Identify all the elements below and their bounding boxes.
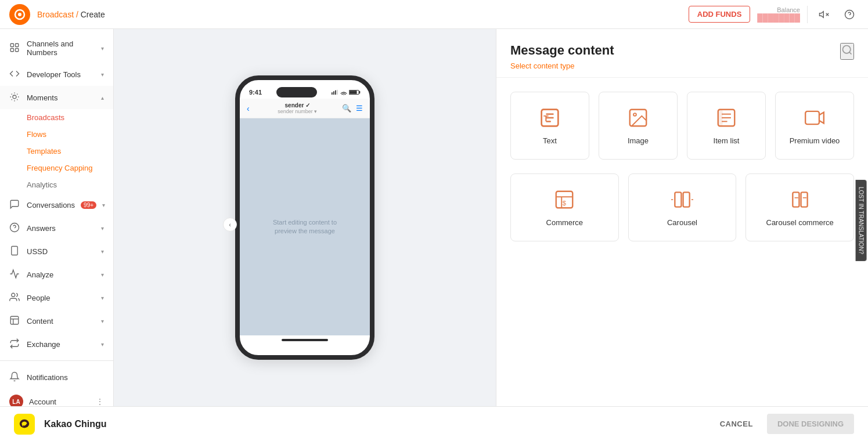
chevron-down-icon: ▾ <box>101 71 104 78</box>
sidebar-item-account[interactable]: LA Account ⋮ <box>0 389 113 406</box>
sidebar-item-notifications[interactable]: Notifications <box>0 366 113 389</box>
svg-point-24 <box>343 95 344 95</box>
ussd-icon <box>9 245 21 257</box>
phone-content-hint: Start editing content topreview the mess… <box>273 218 337 236</box>
sidebar-item-conversations[interactable]: Conversations 99+ ▾ <box>0 193 113 216</box>
content-card-commerce[interactable]: $ Commerce <box>510 173 619 241</box>
svg-point-1 <box>18 13 21 16</box>
panel-header: Message content Select content type <box>496 29 868 78</box>
svg-rect-39 <box>718 110 723 126</box>
chevron-down-icon: ▾ <box>101 248 104 255</box>
sidebar-item-exchange[interactable]: Exchange ▾ <box>0 332 113 356</box>
done-designing-button[interactable]: DONE DESIGNING <box>767 414 854 434</box>
svg-rect-44 <box>683 192 690 207</box>
balance-value: ████████ <box>757 13 800 22</box>
chevron-down-icon: ▾ <box>101 341 104 348</box>
content-card-premium-video-label: Premium video <box>790 136 840 145</box>
sidebar-subitem-frequency[interactable]: Frequency Capping <box>0 160 113 176</box>
sidebar-item-exchange-label: Exchange <box>27 340 95 349</box>
svg-point-11 <box>13 95 16 99</box>
sidebar-subitem-templates[interactable]: Templates <box>0 143 113 160</box>
cancel-button[interactable]: CANCEL <box>713 415 760 433</box>
sidebar-item-analyze[interactable]: Analyze ▾ <box>0 263 113 286</box>
sidebar-item-ussd[interactable]: USSD ▾ <box>0 240 113 263</box>
content-card-carousel-label: Carousel <box>667 218 697 227</box>
svg-rect-26 <box>359 91 360 93</box>
chevron-up-icon: ▴ <box>101 95 104 101</box>
content-type-grid-row1: T Text Image Item list <box>496 78 868 173</box>
mute-button[interactable] <box>815 5 833 24</box>
sidebar-bottom: Notifications LA Account ⋮ <box>0 360 113 406</box>
content-card-image-label: Image <box>628 136 649 145</box>
sidebar-item-moments[interactable]: Moments ▴ <box>0 86 113 109</box>
sidebar-item-channels[interactable]: Channels and Numbers ▾ <box>0 34 113 63</box>
svg-point-28 <box>843 46 851 53</box>
svg-rect-22 <box>335 90 336 95</box>
svg-marker-2 <box>820 11 824 17</box>
svg-rect-14 <box>12 247 18 255</box>
svg-rect-48 <box>801 192 807 207</box>
sidebar-item-channels-label: Channels and Numbers <box>27 39 95 57</box>
help-button[interactable] <box>840 5 859 24</box>
chevron-down-icon: ▾ <box>101 272 104 278</box>
add-funds-button[interactable]: ADD FUNDS <box>689 6 751 23</box>
content-card-text[interactable]: T Text <box>510 92 589 160</box>
phone-notch <box>276 87 317 97</box>
text-icon: T <box>538 106 561 129</box>
sidebar-subitem-flows[interactable]: Flows <box>0 126 113 143</box>
sidebar-item-people[interactable]: People ▾ <box>0 286 113 309</box>
sidebar-item-ussd-label: USSD <box>27 247 95 256</box>
image-icon <box>626 106 650 129</box>
sidebar-item-developer[interactable]: Developer Tools ▾ <box>0 63 113 86</box>
phone-nav-actions: 🔍 ☰ <box>342 104 363 113</box>
svg-point-34 <box>633 113 636 116</box>
svg-rect-7 <box>10 44 13 46</box>
sidebar-subitem-analytics[interactable]: Analytics <box>0 176 113 193</box>
svg-point-12 <box>10 223 19 232</box>
balance-display: Balance ████████ <box>757 6 800 22</box>
chevron-down-icon: ▾ <box>101 295 104 301</box>
phone-sender-number: sender number ▾ <box>253 109 342 114</box>
svg-rect-47 <box>793 192 799 207</box>
sidebar-item-content-label: Content <box>27 317 95 326</box>
sidebar-item-answers[interactable]: Answers ▾ <box>0 216 113 240</box>
svg-line-29 <box>849 52 852 55</box>
sidebar-item-analyze-label: Analyze <box>27 270 95 279</box>
bottom-bar: Kakao Chingu CANCEL DONE DESIGNING <box>0 406 868 441</box>
sidebar: Channels and Numbers ▾ Developer Tools ▾… <box>0 29 114 406</box>
panel-search-button[interactable] <box>840 43 854 60</box>
conversations-badge: 99+ <box>81 201 96 209</box>
panel-subtitle: Select content type <box>510 62 614 70</box>
topbar: Broadcast / Create ADD FUNDS Balance ███… <box>0 0 868 29</box>
content-card-item-list[interactable]: Item list <box>687 92 766 160</box>
content-card-carousel-commerce[interactable]: Carousel commerce <box>745 173 854 241</box>
content-card-premium-video[interactable]: Premium video <box>775 92 854 160</box>
svg-rect-27 <box>350 91 357 94</box>
commerce-icon: $ <box>553 188 576 211</box>
phone-back-icon: ‹ <box>247 104 250 113</box>
sidebar-item-account-label: Account <box>29 397 90 406</box>
sidebar-item-developer-label: Developer Tools <box>27 70 95 79</box>
balance-label: Balance <box>777 6 800 13</box>
sidebar-subitem-broadcasts[interactable]: Broadcasts <box>0 109 113 126</box>
sidebar-item-content[interactable]: Content ▾ <box>0 309 113 332</box>
phone-status-bar: 9:41 <box>240 80 370 99</box>
content-card-carousel[interactable]: Carousel <box>628 173 737 241</box>
content-card-image[interactable]: Image <box>599 92 678 160</box>
panel-title-group: Message content Select content type <box>510 43 614 70</box>
svg-rect-23 <box>337 90 338 95</box>
chevron-down-icon: ▾ <box>101 225 104 232</box>
svg-rect-43 <box>675 192 681 207</box>
phone-nav-bar: ‹ sender ✓ sender number ▾ 🔍 ☰ <box>240 99 370 118</box>
svg-rect-21 <box>333 91 334 95</box>
main-layout: Channels and Numbers ▾ Developer Tools ▾… <box>0 29 868 406</box>
analyze-icon <box>9 269 21 280</box>
phone-time: 9:41 <box>249 89 262 96</box>
lost-in-translation-banner[interactable]: LOST IN TRANSLATION? <box>855 180 866 261</box>
exchange-icon <box>9 338 21 350</box>
chevron-down-icon: ▾ <box>102 202 105 208</box>
phone-content: Start editing content topreview the mess… <box>240 118 370 335</box>
sidebar-item-answers-label: Answers <box>27 224 95 233</box>
answers-icon <box>9 222 21 234</box>
content-type-grid-row2: $ Commerce Carousel Carousel commerce <box>496 173 868 255</box>
